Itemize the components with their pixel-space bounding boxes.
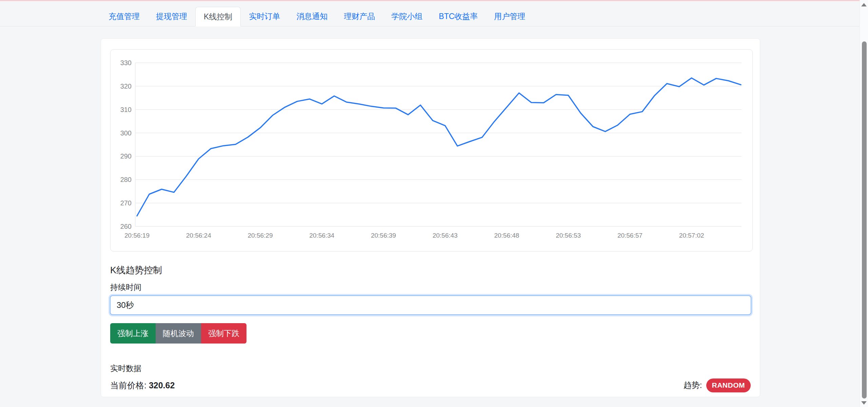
tab-btc-yield-rate[interactable]: BTC收益率 [431,7,486,26]
trend-button-group: 强制上涨随机波动强制下跌 [110,323,246,344]
kline-control-card: 26027028029030031032033020:56:1920:56:24… [101,38,760,397]
chart-gridlines [135,63,742,226]
svg-text:20:56:53: 20:56:53 [556,232,581,239]
svg-text:20:57:02: 20:57:02 [679,232,704,239]
svg-text:280: 280 [120,176,132,183]
tab-withdrawal-management[interactable]: 提现管理 [148,7,195,26]
section-heading: K线趋势控制 [110,264,162,276]
realtime-data-heading: 实时数据 [110,363,141,374]
svg-text:310: 310 [120,106,132,113]
svg-text:20:56:34: 20:56:34 [309,232,334,239]
svg-text:20:56:19: 20:56:19 [124,232,150,239]
svg-text:20:56:24: 20:56:24 [186,232,211,239]
svg-text:300: 300 [120,129,132,137]
chart-y-axis-labels: 260270280290300310320330 [120,59,132,230]
price-line-chart: 26027028029030031032033020:56:1920:56:24… [111,50,752,251]
chart-price-line [137,78,741,216]
duration-input[interactable] [110,295,751,315]
current-price-value: 320.62 [149,381,175,390]
svg-text:20:56:29: 20:56:29 [248,232,273,239]
svg-text:260: 260 [120,223,132,230]
admin-tab-bar: 充值管理提现管理K线控制实时订单消息通知理财产品学院小组BTC收益率用户管理 [0,7,860,26]
trend-label: 趋势: [684,380,702,391]
tab-recharge-management[interactable]: 充值管理 [100,7,148,26]
top-accent-strip [0,0,868,1]
svg-text:20:56:57: 20:56:57 [617,232,643,239]
tab-kline-control[interactable]: K线控制 [195,7,241,26]
force-fall-button[interactable]: 强制下跌 [201,323,246,344]
svg-text:330: 330 [120,59,132,67]
kline-control-page: 充值管理提现管理K线控制实时订单消息通知理财产品学院小组BTC收益率用户管理 2… [0,0,868,407]
scrollbar-thumb[interactable] [862,41,867,399]
trend-badge: RANDOM [706,378,751,392]
tab-user-management[interactable]: 用户管理 [486,7,533,26]
tab-message-notifications[interactable]: 消息通知 [288,7,336,26]
svg-text:290: 290 [120,152,132,160]
tab-wealth-products[interactable]: 理财产品 [336,7,383,26]
svg-text:20:56:39: 20:56:39 [371,232,396,239]
svg-text:270: 270 [120,199,132,207]
svg-text:20:56:43: 20:56:43 [433,232,458,239]
svg-text:320: 320 [120,82,132,90]
scrollbar-down-arrow[interactable] [861,401,867,405]
chart-x-axis-labels: 20:56:1920:56:2420:56:2920:56:3420:56:39… [124,232,704,239]
price-chart-panel: 26027028029030031032033020:56:1920:56:24… [110,49,753,252]
force-rise-button[interactable]: 强制上涨 [110,323,156,344]
page-scrollbar[interactable] [860,0,868,407]
svg-text:20:56:48: 20:56:48 [494,232,519,239]
current-price: 当前价格: 320.62 [110,380,175,391]
scrollbar-up-arrow[interactable] [861,3,867,6]
tab-realtime-orders[interactable]: 实时订单 [241,7,288,26]
current-price-label: 当前价格: [110,381,146,390]
random-fluctuation-button[interactable]: 随机波动 [156,323,201,344]
duration-label: 持续时间 [110,282,141,293]
realtime-status-row: 当前价格: 320.62 趋势: RANDOM [110,377,751,393]
trend-status: 趋势: RANDOM [684,378,751,392]
tab-academy-groups[interactable]: 学院小组 [383,7,431,26]
